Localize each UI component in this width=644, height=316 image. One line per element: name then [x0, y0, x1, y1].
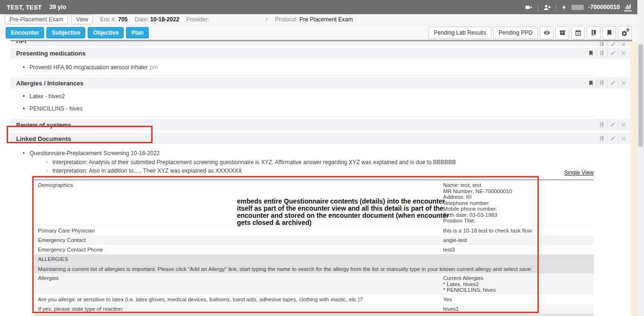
- enc-protocol: Protocol: Pre Placement Exam: [275, 16, 353, 23]
- toolbar-right-actions: Pending Lab Results Pending PPD: [428, 26, 632, 39]
- vertical-scrollbar[interactable]: [637, 0, 644, 316]
- right-margin-strip: [630, 41, 637, 316]
- protocol-value: Pre Placement Exam: [299, 16, 353, 23]
- pending-lab-results-button[interactable]: Pending Lab Results: [428, 27, 491, 39]
- current-allergies-label: Current Allergies: [443, 275, 591, 281]
- doc-answer: Yes: [443, 297, 591, 303]
- encounter-info-bar: Pre-Placement Exam View Enc #: 705 Date:…: [0, 14, 637, 25]
- view-button[interactable]: View: [71, 15, 93, 24]
- allergy-value: * Latex, hives2: [443, 281, 591, 288]
- date-label: Date:: [135, 16, 148, 23]
- doc-answer: this is a 10-18 test to check task flow: [443, 228, 591, 234]
- separator: |: [537, 4, 538, 11]
- exam-type-button[interactable]: Pre-Placement Exam: [5, 15, 68, 24]
- section-separator: [24, 116, 594, 117]
- pencil-icon[interactable]: [607, 49, 618, 57]
- single-view-link[interactable]: Single View: [564, 169, 594, 176]
- redacted-provider-name: [211, 17, 264, 23]
- tab-encounter[interactable]: Encounter: [6, 27, 44, 38]
- close-icon[interactable]: [618, 79, 629, 87]
- book-icon[interactable]: [587, 26, 600, 39]
- book-icon[interactable]: [597, 121, 607, 129]
- section-icons: [597, 134, 629, 143]
- demo-birth-date: Birth date: 03-03-1983: [443, 212, 591, 218]
- pencil-icon[interactable]: [607, 79, 618, 87]
- doc-question: If yes, please state type of reaction:: [38, 306, 443, 312]
- allergy-list-item: • PENICILLINS - hives: [23, 105, 630, 112]
- close-icon[interactable]: [618, 41, 629, 46]
- redacted-mr-prefix: [571, 5, 584, 10]
- lightning-icon[interactable]: [561, 4, 567, 11]
- section-hpi-icons: [597, 41, 629, 46]
- pencil-icon[interactable]: [607, 134, 618, 143]
- bookmark-icon[interactable]: [586, 79, 596, 87]
- bookmark-icon[interactable]: [586, 49, 596, 57]
- eye-icon[interactable]: [540, 26, 553, 39]
- section-separator: [24, 75, 594, 76]
- provider-label: Provider:: [186, 16, 209, 23]
- section-hpi: HPI: [10, 41, 630, 46]
- scrollbar-thumb[interactable]: [638, 44, 643, 147]
- book-icon[interactable]: [596, 79, 607, 87]
- bar-chart-icon[interactable]: [624, 3, 632, 11]
- doc-answer: Current Allergies * Latex, hives2 * PENI…: [443, 275, 591, 293]
- section-linked-documents: Linked Documents: [10, 133, 630, 144]
- close-icon[interactable]: [618, 134, 629, 143]
- archive-box-icon[interactable]: [555, 26, 569, 39]
- doc-row-reaction: If yes, please state type of reaction: h…: [34, 304, 594, 314]
- doc-row-emergency-contact-phone: Emergency Contact Phone test3: [34, 245, 594, 254]
- tab-plan[interactable]: Plan: [126, 27, 148, 38]
- close-icon[interactable]: [618, 49, 629, 57]
- embedded-questionnaire-document: Demographics Name: test, test MR Number:…: [34, 179, 594, 316]
- encounter-content: HPI Presenting medications • Proventil H…: [10, 41, 630, 184]
- bookmark-icon[interactable]: [602, 26, 616, 39]
- doc-question: Primary Care Physician: [38, 228, 443, 234]
- demo-position-title: Position Title:: [443, 218, 591, 224]
- tab-objective[interactable]: Objective: [88, 27, 124, 38]
- interpretation-text: Interpretation: Analysis of their submit…: [52, 158, 456, 167]
- enc-date: Date: 10-18-2022: [135, 16, 179, 23]
- enc-label: Enc #:: [100, 16, 116, 23]
- enc-number: Enc #: 705: [100, 16, 127, 23]
- mr-number-fragment: -700000010: [588, 4, 620, 10]
- patient-age: 39 y/o: [49, 4, 66, 10]
- doc-instruction-text: Maintaining a current list of allergies …: [38, 266, 532, 272]
- allergy-list-item: • Latex - hives2: [23, 93, 630, 100]
- section-icons: [586, 49, 629, 57]
- video-camera-icon[interactable]: [525, 4, 533, 11]
- book-icon[interactable]: [597, 41, 607, 46]
- book-icon[interactable]: [597, 134, 607, 143]
- enc-provider: Provider: r: [186, 16, 268, 23]
- enc-value: 705: [118, 16, 127, 23]
- doc-row-allergies: Allergies Current Allergies * Latex, hiv…: [34, 273, 594, 295]
- add-person-icon[interactable]: [543, 4, 551, 11]
- doc-question: Demographics: [38, 182, 443, 188]
- close-icon[interactable]: [618, 121, 629, 129]
- interpretation-item: ○ Interpretation: Also in addition to...…: [45, 167, 630, 176]
- section-review-of-systems: Review of systems: [10, 119, 630, 130]
- gears-icon[interactable]: [618, 26, 632, 39]
- patient-name: TEST, TEST: [7, 4, 42, 11]
- allergy-text: PENICILLINS - hives: [29, 105, 82, 112]
- doc-question: Allergies: [38, 275, 443, 281]
- pending-ppd-button[interactable]: Pending PPD: [493, 27, 538, 39]
- doc-question: Emergency Contact Phone: [38, 247, 443, 253]
- protocol-label: Protocol:: [275, 16, 297, 23]
- section-allergies-intolerances: Allergies / Intolerances: [10, 77, 630, 89]
- calendar-check-icon[interactable]: [571, 26, 585, 39]
- pencil-icon[interactable]: [607, 121, 618, 129]
- titlebar-actions: | | -700000010: [525, 3, 632, 11]
- bullet-marker: •: [23, 150, 25, 157]
- pencil-icon[interactable]: [607, 41, 618, 46]
- book-icon[interactable]: [596, 49, 607, 57]
- provider-remnant: r: [266, 16, 268, 23]
- doc-answer: angie-test: [443, 237, 591, 243]
- doc-answer: hives1: [443, 306, 591, 312]
- section-title-hpi: HPI: [16, 41, 27, 45]
- tab-subjective[interactable]: Subjective: [46, 27, 85, 38]
- doc-question: Are you allergic or sensitive to latex (…: [38, 297, 443, 303]
- separator: |: [555, 4, 557, 11]
- doc-row-demographics: Demographics Name: test, test MR Number:…: [34, 180, 594, 225]
- patient-title-bar: TEST, TEST 39 y/o | | -700000010: [0, 0, 637, 14]
- bullet-marker: •: [23, 93, 25, 100]
